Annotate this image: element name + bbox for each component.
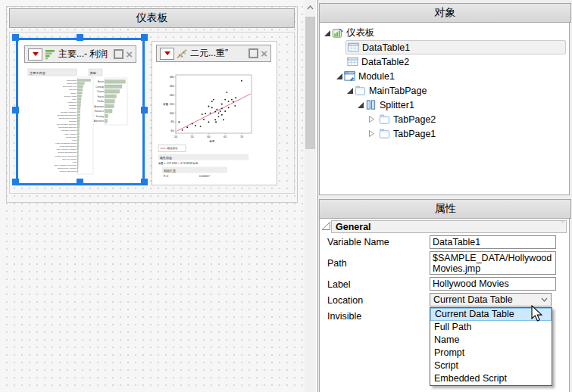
mouse-cursor bbox=[531, 305, 546, 323]
location-combobox-value: Current Data Table bbox=[433, 294, 513, 305]
svg-text:Lionsgate: Lionsgate bbox=[69, 104, 77, 107]
general-section-header[interactable]: General bbox=[331, 220, 567, 233]
resize-handle-sw[interactable] bbox=[12, 179, 19, 185]
section-expander-icon[interactable] bbox=[321, 221, 331, 231]
tree-item-datatable2[interactable]: DataTable2 bbox=[320, 54, 569, 69]
svg-text:Spyglass Entertainment: Spyglass Entertainment bbox=[58, 114, 77, 117]
maximize-icon[interactable] bbox=[248, 48, 258, 58]
svg-text:体重 = -127.1452 + 3.7113549*身高: 体重 = -127.1452 + 3.7113549*身高 bbox=[158, 161, 198, 165]
resize-handle-w[interactable] bbox=[12, 107, 19, 114]
tile2-header[interactable]: 二元...重” × bbox=[156, 45, 271, 62]
svg-text:Reliance Entertainment: Reliance Entertainment bbox=[58, 151, 77, 154]
svg-text:Adventure: Adventure bbox=[94, 120, 105, 123]
svg-text:身高: 身高 bbox=[209, 139, 215, 143]
scatter-fit-icon bbox=[177, 48, 188, 59]
svg-text:Thriller: Thriller bbox=[97, 100, 104, 103]
dropdown-option-name[interactable]: Name bbox=[430, 334, 552, 347]
svg-text:Romance: Romance bbox=[95, 110, 105, 113]
dashboard-title: 仪表板 bbox=[136, 11, 168, 25]
tree-item-splitter1[interactable]: Splitter1 bbox=[320, 98, 569, 112]
svg-text:Action: Action bbox=[98, 80, 104, 83]
dashboard-title-bar: 仪表板 bbox=[9, 8, 295, 28]
tree-item-tabpage1[interactable]: TabPage1 bbox=[320, 126, 569, 141]
scrollbar-thumb[interactable] bbox=[305, 17, 315, 149]
svg-text:Regency Enterprises: Regency Enterprises bbox=[60, 170, 77, 173]
tile1-title: 主要...- 利润 bbox=[58, 48, 111, 61]
variable-name-input[interactable] bbox=[430, 235, 556, 249]
svg-text:Sony Pictures Animation: Sony Pictures Animation bbox=[57, 148, 77, 151]
tree-item-tabpage2[interactable]: TabPage2 bbox=[320, 112, 569, 126]
close-icon[interactable]: × bbox=[126, 49, 133, 59]
svg-text:Virgin: Virgin bbox=[72, 139, 77, 142]
svg-text:Weinstein Company: Weinstein Company bbox=[61, 111, 77, 114]
svg-text:Fantasy: Fantasy bbox=[96, 115, 105, 118]
svg-text:65: 65 bbox=[223, 135, 227, 138]
resize-handle-ne[interactable] bbox=[141, 34, 148, 41]
dropdown-option-embedded-script[interactable]: Embedded Script bbox=[430, 372, 552, 385]
svg-text:Summit Entertainment: Summit Entertainment bbox=[58, 126, 77, 129]
svg-text:100: 100 bbox=[170, 112, 174, 115]
tile2-title: 二元...重” bbox=[190, 47, 246, 60]
resize-handle-nw[interactable] bbox=[12, 34, 19, 41]
expander-closed-icon[interactable] bbox=[368, 129, 376, 138]
svg-text:50: 50 bbox=[174, 135, 177, 138]
tree-item-maintabpage[interactable]: MainTabPage bbox=[320, 83, 569, 98]
svg-text:Warner Bros: Warner Bros bbox=[67, 82, 77, 85]
svg-text:Drama: Drama bbox=[97, 90, 104, 93]
expander-open-icon[interactable] bbox=[336, 73, 342, 79]
objects-tree[interactable]: 仪表板 DataTable1 DataTable2 Module1 bbox=[319, 22, 570, 195]
table-icon bbox=[348, 42, 359, 53]
variable-name-label: Variable Name bbox=[327, 237, 389, 247]
svg-text:The Weinstein Company: The Weinstein Company bbox=[57, 123, 77, 126]
svg-text:Horror: Horror bbox=[98, 95, 104, 98]
red-triangle-icon bbox=[33, 52, 39, 56]
dashboard-canvas[interactable]: 仪表板 主要...- 利润 × 主要工作室IndependentWarner B… bbox=[0, 0, 305, 392]
tabpage-icon bbox=[379, 128, 390, 139]
svg-text:70: 70 bbox=[240, 135, 243, 138]
tree-item-datatable1[interactable]: DataTable1 bbox=[345, 40, 566, 54]
svg-text:140: 140 bbox=[170, 94, 174, 97]
svg-text:80: 80 bbox=[171, 120, 174, 123]
svg-text:Comedy: Comedy bbox=[95, 86, 104, 89]
tree-item-label: DataTable2 bbox=[361, 57, 409, 67]
svg-text:Columbia: Columbia bbox=[69, 120, 77, 123]
svg-text:R 方: R 方 bbox=[164, 175, 169, 178]
maximize-icon[interactable] bbox=[114, 49, 123, 59]
svg-text:Legendary Pictures: Legendary Pictures bbox=[61, 129, 77, 132]
red-triangle-menu-button[interactable] bbox=[28, 48, 42, 61]
properties-panel-title: 属性 bbox=[435, 202, 456, 216]
svg-text:55: 55 bbox=[191, 135, 194, 138]
scrollbar-up-arrow[interactable] bbox=[305, 2, 316, 13]
svg-text:DreamWorks: DreamWorks bbox=[66, 136, 77, 138]
red-triangle-menu-button[interactable] bbox=[160, 48, 174, 60]
resize-handle-n[interactable] bbox=[77, 34, 83, 41]
svg-text:Sony: Sony bbox=[73, 98, 77, 101]
properties-panel-header: 属性 bbox=[319, 199, 571, 219]
expander-open-icon[interactable] bbox=[324, 30, 330, 36]
svg-text:20th Century Fox: 20th Century Fox bbox=[63, 86, 77, 88]
tree-item-label: 仪表板 bbox=[346, 26, 375, 39]
dropdown-option-script[interactable]: Script bbox=[430, 359, 552, 372]
tree-item-module1[interactable]: Module1 bbox=[320, 69, 569, 83]
resize-handle-e[interactable] bbox=[141, 107, 148, 114]
svg-text:Paramount: Paramount bbox=[67, 101, 77, 104]
svg-text:New Line Cinema: New Line Cinema bbox=[62, 158, 77, 160]
expander-open-icon[interactable] bbox=[347, 88, 353, 94]
close-icon[interactable]: × bbox=[261, 48, 267, 58]
svg-text:Relativity Media: Relativity Media bbox=[64, 95, 77, 98]
expander-open-icon[interactable] bbox=[358, 102, 364, 108]
tree-item-dashboard[interactable]: 仪表板 bbox=[320, 26, 569, 40]
resize-handle-se[interactable] bbox=[141, 179, 148, 185]
path-input[interactable]: $SAMPLE_DATA/Hollywood Movies.jmp bbox=[430, 251, 556, 275]
svg-text:60: 60 bbox=[171, 129, 174, 132]
general-section-label: General bbox=[336, 222, 371, 232]
svg-text:160: 160 bbox=[170, 85, 174, 88]
svg-text:60: 60 bbox=[208, 135, 211, 138]
table-icon bbox=[347, 56, 358, 67]
dropdown-option-prompt[interactable]: Prompt bbox=[430, 347, 552, 359]
module-icon bbox=[344, 70, 355, 82]
label-input[interactable] bbox=[430, 277, 556, 291]
expander-closed-icon[interactable] bbox=[368, 115, 376, 123]
tile1-header[interactable]: 主要...- 利润 × bbox=[24, 45, 136, 63]
svg-text:Universal: Universal bbox=[69, 89, 77, 91]
